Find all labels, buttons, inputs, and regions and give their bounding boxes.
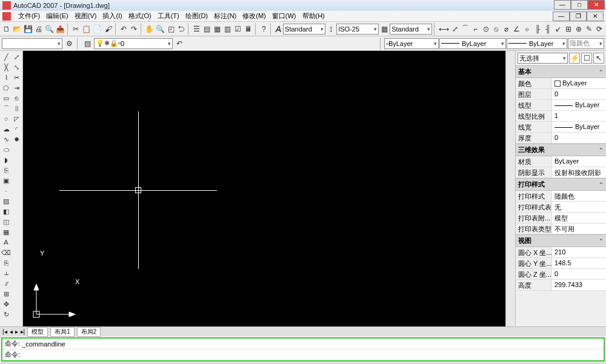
section-view[interactable]: 视图⌃ [516,234,606,247]
tab-nav-next[interactable]: ▸ [15,328,18,335]
explode-tool[interactable]: ✸ [12,134,21,144]
dim-diameter-button[interactable]: ⌀ [502,23,511,35]
property-value[interactable]: 148.5 [552,258,606,268]
move-tool[interactable]: ✥ [1,299,11,309]
doc-restore-button[interactable]: ❐ [570,12,587,21]
property-value[interactable]: 210 [552,247,606,257]
dim-arc-button[interactable]: ⌒ [461,23,470,35]
gradient-tool[interactable]: ◧ [1,207,11,216]
property-value[interactable]: 0 [552,89,606,99]
pline-tool[interactable]: ⌇ [1,73,11,82]
designcenter-button[interactable]: ▤ [202,23,212,35]
dim-update-button[interactable]: ⟳ [594,23,604,35]
layer-manager-button[interactable]: ▤ [81,38,93,50]
doc-close-button[interactable]: ✕ [587,12,604,21]
property-value[interactable]: 无 [552,202,606,212]
property-value[interactable]: ByLayer [552,78,606,88]
dim-angular-button[interactable]: ∠ [512,23,522,35]
mirror-tool[interactable]: ⥿ [1,268,11,278]
cut-button[interactable]: ✂ [71,23,81,35]
dim-edit-button[interactable]: ✎ [584,23,594,35]
dim-ordinate-button[interactable]: ⌐ [471,23,481,35]
zoom-win-button[interactable]: ◰ [166,23,176,35]
menu-file[interactable]: 文件(F) [16,12,42,21]
stretch-tool[interactable]: ⤡ [12,62,21,72]
tab-nav-first[interactable]: |◂ [2,328,7,335]
menu-help[interactable]: 帮助(H) [300,12,327,21]
layer-combo[interactable]: 💡❄🔒▫ 0 [94,38,173,49]
properties-button[interactable]: ☰ [192,23,202,35]
tab-nav-prev[interactable]: ◂ [10,328,13,335]
zoom-rt-button[interactable]: 🔍 [155,23,165,35]
linetype-combo[interactable]: ByLayer [439,38,506,49]
close-button[interactable]: ✕ [588,0,605,10]
tab-nav-last[interactable]: ▸| [21,328,25,335]
arc-tool[interactable]: ⌒ [1,104,11,113]
property-value[interactable]: 0 [552,269,606,279]
tab-layout2[interactable]: 布局2 [77,327,101,337]
text-style-combo[interactable]: Standard [283,24,325,35]
hatch-tool[interactable]: ▨ [1,196,11,206]
menu-modify[interactable]: 修改(M) [240,12,268,21]
new-button[interactable]: 🗋 [2,23,12,35]
extend-tool[interactable]: ⇥ [12,83,21,93]
selectobj-button[interactable]: ↖ [593,53,604,64]
property-value[interactable]: 模型 [552,213,606,223]
region-tool[interactable]: ◫ [1,217,11,227]
block-tool[interactable]: ▣ [1,176,11,185]
selection-combo[interactable]: 无选择 [518,53,568,64]
tab-model[interactable]: 模型 [27,327,48,337]
command-line[interactable]: 命令: _commandline 命令: [1,337,605,362]
vertical-scrollbar[interactable] [505,51,515,326]
redo-button[interactable]: ↷ [129,23,139,35]
polygon-tool[interactable]: ⬠ [1,83,11,93]
color-combo[interactable]: ▫ ByLayer [384,38,439,49]
property-value[interactable]: 299.7433 [552,280,606,290]
dim-continue-button[interactable]: ╢ [543,23,553,35]
pan-button[interactable]: ✋ [144,23,155,35]
section-render[interactable]: 三维效果⌃ [516,144,606,156]
plotstyle-combo[interactable]: 随颜色 [568,38,604,49]
menu-tools[interactable]: 工具(T) [155,12,182,21]
rectangle-tool[interactable]: ▭ [1,93,11,103]
menu-view[interactable]: 视图(V) [72,12,99,21]
tab-layout1[interactable]: 布局1 [50,327,75,337]
join-tool[interactable]: ⧛ [12,104,21,113]
zoom-prev-button[interactable]: ⮌ [176,23,186,35]
quickselect-button[interactable]: ⚡ [569,53,580,64]
paste-button[interactable]: 📄 [92,23,102,35]
ellipsearc-tool[interactable]: ◗ [1,155,11,165]
dim-tolerance-button[interactable]: ⊞ [564,23,573,35]
open-button[interactable]: 📂 [12,23,22,35]
table-tool[interactable]: ▦ [1,227,11,237]
offset-tool[interactable]: ⫽ [1,279,11,288]
dim-radius-button[interactable]: ⊙ [481,23,491,35]
revcloud-tool[interactable]: ☁ [1,124,11,134]
property-value[interactable]: 投射和接收阴影 [552,167,606,177]
erase-tool[interactable]: ⌫ [1,248,11,257]
pickadd-button[interactable]: ☐ [581,53,592,64]
menu-window[interactable]: 窗口(W) [270,12,299,21]
maximize-button[interactable]: □ [571,0,588,10]
minimize-button[interactable]: — [554,0,571,10]
property-value[interactable]: 1 [552,111,606,121]
drawing-canvas[interactable]: Y X [23,51,505,326]
fillet-tool[interactable]: ◜ [12,124,21,134]
array-tool[interactable]: ⊞ [1,289,11,299]
section-plot[interactable]: 打印样式⌃ [516,178,606,191]
sheetset-button[interactable]: ▥ [223,23,233,35]
dim-center-button[interactable]: ⊕ [574,23,584,35]
trim-tool[interactable]: ✂ [12,73,21,82]
property-value[interactable]: 0 [552,133,606,143]
mtext-tool[interactable]: A [1,237,11,247]
point-tool[interactable]: · [1,186,11,196]
menu-draw[interactable]: 绘图(D) [183,12,210,21]
copy-tool[interactable]: ⎘ [1,258,11,268]
workspace-settings-button[interactable]: ⚙ [63,38,75,50]
line-tool[interactable]: ╱ [1,52,11,62]
layer-prev-button[interactable]: ↶ [173,38,185,50]
undo-button[interactable]: ↶ [119,23,128,35]
doc-minimize-button[interactable]: — [553,12,570,21]
property-value[interactable]: ByLayer [552,100,606,110]
menu-insert[interactable]: 插入(I) [100,12,124,21]
